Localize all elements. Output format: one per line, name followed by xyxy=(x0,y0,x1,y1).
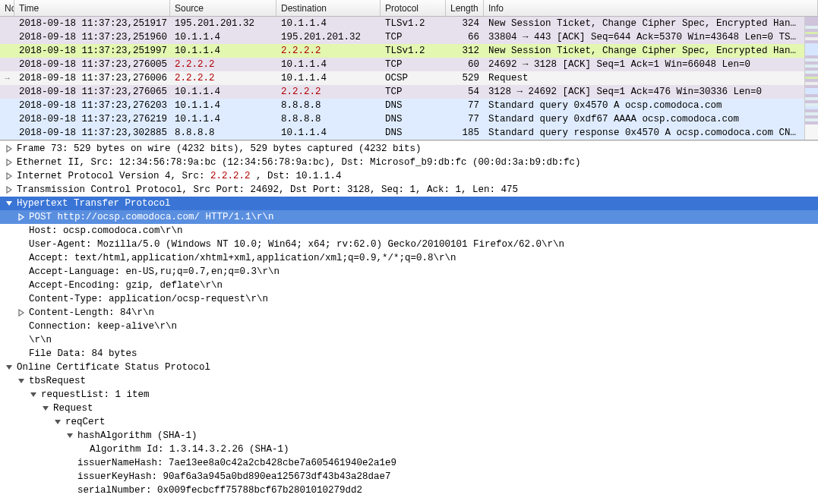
detail-eth[interactable]: Ethernet II, Src: 12:34:56:78:9a:bc (12:… xyxy=(0,156,818,169)
detail-ocsp-reqlist[interactable]: requestList: 1 item xyxy=(0,388,818,402)
detail-ocsp-sn[interactable]: serialNumber: 0x009fecbcff75788bcf67b280… xyxy=(0,484,818,497)
cell-source: 10.1.1.4 xyxy=(170,100,276,111)
chevron-right-icon[interactable] xyxy=(3,143,15,155)
detail-http-accept[interactable]: Accept: text/html,application/xhtml+xml,… xyxy=(0,251,818,265)
detail-ip[interactable]: Internet Protocol Version 4, Src: 2.2.2.… xyxy=(0,169,818,183)
cell-length: 185 xyxy=(446,128,484,138)
packet-row[interactable]: 2018-09-18 11:37:23,27620310.1.1.48.8.8.… xyxy=(0,99,804,112)
packet-row[interactable]: 2018-09-18 11:37:23,27621910.1.1.48.8.8.… xyxy=(0,112,804,126)
cell-protocol: TLSv1.2 xyxy=(381,18,446,29)
cell-length: 77 xyxy=(446,100,484,111)
detail-frame-text: Frame 73: 529 bytes on wire (4232 bits),… xyxy=(15,143,422,154)
col-header-destination[interactable]: Destination xyxy=(276,0,381,16)
detail-ocsp-req[interactable]: Request xyxy=(0,402,818,415)
chevron-right-icon[interactable] xyxy=(15,307,27,319)
cell-source: 8.8.8.8 xyxy=(170,128,276,138)
detail-http-cl[interactable]: Content-Length: 84\r\n xyxy=(0,306,818,320)
detail-http-post[interactable]: POST http://ocsp.comodoca.com/ HTTP/1.1\… xyxy=(0,210,818,224)
cell-source: 10.1.1.4 xyxy=(170,87,276,97)
cell-protocol: OCSP xyxy=(381,73,446,83)
packet-list-header[interactable]: No. Time Source Destination Protocol Len… xyxy=(0,0,818,17)
packet-row[interactable]: 2018-09-18 11:37:23,25196010.1.1.4195.20… xyxy=(0,30,804,44)
cell-info: New Session Ticket, Change Cipher Spec, … xyxy=(484,46,804,56)
cell-time: 2018-09-18 11:37:23,251997 xyxy=(14,46,170,56)
detail-ocsp-algo[interactable]: Algorithm Id: 1.3.14.3.2.26 (SHA-1) xyxy=(0,443,818,456)
detail-tcp[interactable]: Transmission Control Protocol, Src Port:… xyxy=(0,183,818,197)
packet-rows[interactable]: 2018-09-18 11:37:23,251917195.201.201.32… xyxy=(0,17,804,140)
cell-time: 2018-09-18 11:37:23,276065 xyxy=(14,87,170,97)
cell-info: 24692 → 3128 [ACK] Seq=1 Ack=1 Win=66048… xyxy=(484,59,804,70)
col-header-info[interactable]: Info xyxy=(484,0,818,16)
cell-info: Standard query 0xdf67 AAAA ocsp.comodoca… xyxy=(484,114,804,124)
detail-ocsp-hash[interactable]: hashAlgorithm (SHA-1) xyxy=(0,429,818,443)
packet-list: No. Time Source Destination Protocol Len… xyxy=(0,0,818,140)
cell-protocol: DNS xyxy=(381,100,446,111)
chevron-down-icon[interactable] xyxy=(64,430,76,442)
cell-time: 2018-09-18 11:37:23,276219 xyxy=(14,114,170,124)
detail-http-fd[interactable]: File Data: 84 bytes xyxy=(0,347,818,361)
detail-http[interactable]: Hypertext Transfer Protocol xyxy=(0,197,818,210)
cell-source: 10.1.1.4 xyxy=(170,46,276,56)
row-marker: → xyxy=(0,74,14,83)
chevron-down-icon[interactable] xyxy=(52,416,64,428)
detail-tcp-text: Transmission Control Protocol, Src Port:… xyxy=(15,184,518,195)
cell-source: 10.1.1.4 xyxy=(170,32,276,43)
col-header-source[interactable]: Source xyxy=(170,0,276,16)
detail-http-ua[interactable]: User-Agent: Mozilla/5.0 (Windows NT 10.0… xyxy=(0,238,818,251)
chevron-right-icon[interactable] xyxy=(3,156,15,169)
col-header-length[interactable]: Length xyxy=(446,0,484,16)
col-header-no[interactable]: No. xyxy=(0,0,14,16)
detail-http-ct[interactable]: Content-Type: application/ocsp-request\r… xyxy=(0,292,818,306)
cell-protocol: DNS xyxy=(381,128,446,138)
packet-row[interactable]: 2018-09-18 11:37:23,27606510.1.1.42.2.2.… xyxy=(0,85,804,99)
packet-row[interactable]: 2018-09-18 11:37:23,3028858.8.8.810.1.1.… xyxy=(0,126,804,140)
cell-info: Standard query response 0x4570 A ocsp.co… xyxy=(484,128,804,138)
detail-ocsp[interactable]: Online Certificate Status Protocol xyxy=(0,361,818,374)
detail-http-conn[interactable]: Connection: keep-alive\r\n xyxy=(0,320,818,333)
cell-time: 2018-09-18 11:37:23,251917 xyxy=(14,18,170,29)
detail-http-enc[interactable]: Accept-Encoding: gzip, deflate\r\n xyxy=(0,279,818,292)
col-header-time[interactable]: Time xyxy=(14,0,170,16)
chevron-down-icon[interactable] xyxy=(15,375,27,387)
chevron-right-icon[interactable] xyxy=(3,170,15,182)
cell-length: 66 xyxy=(446,32,484,43)
cell-protocol: TCP xyxy=(381,87,446,97)
detail-ocsp-title: Online Certificate Status Protocol xyxy=(15,362,210,373)
chevron-down-icon[interactable] xyxy=(39,402,52,414)
col-header-protocol[interactable]: Protocol xyxy=(381,0,446,16)
chevron-down-icon[interactable] xyxy=(3,197,15,209)
cell-length: 529 xyxy=(446,73,484,83)
chevron-down-icon[interactable] xyxy=(3,361,15,373)
cell-destination: 2.2.2.2 xyxy=(276,46,381,56)
packet-details[interactable]: Frame 73: 529 bytes on wire (4232 bits),… xyxy=(0,140,818,504)
detail-http-host[interactable]: Host: ocsp.comodoca.com\r\n xyxy=(0,224,818,238)
cell-destination: 10.1.1.4 xyxy=(276,18,381,29)
detail-eth-text: Ethernet II, Src: 12:34:56:78:9a:bc (12:… xyxy=(15,157,581,168)
packet-row[interactable]: 2018-09-18 11:37:23,2760052.2.2.210.1.1.… xyxy=(0,58,804,71)
cell-destination: 10.1.1.4 xyxy=(276,59,381,70)
cell-protocol: TLSv1.2 xyxy=(381,46,446,56)
detail-ocsp-reqcert[interactable]: reqCert xyxy=(0,415,818,429)
minimap[interactable] xyxy=(804,17,818,140)
cell-info: Request xyxy=(484,73,804,83)
detail-http-crlf[interactable]: \r\n xyxy=(0,333,818,347)
packet-row[interactable]: 2018-09-18 11:37:23,25199710.1.1.42.2.2.… xyxy=(0,44,804,58)
cell-protocol: DNS xyxy=(381,114,446,124)
detail-frame[interactable]: Frame 73: 529 bytes on wire (4232 bits),… xyxy=(0,142,818,156)
detail-ocsp-inh[interactable]: issuerNameHash: 7ae13ee8a0c42a2cb428cbe7… xyxy=(0,456,818,470)
cell-length: 77 xyxy=(446,114,484,124)
cell-source: 195.201.201.32 xyxy=(170,18,276,29)
chevron-right-icon[interactable] xyxy=(15,211,27,223)
chevron-right-icon[interactable] xyxy=(3,184,15,196)
detail-ocsp-tbs[interactable]: tbsRequest xyxy=(0,374,818,388)
packet-row[interactable]: 2018-09-18 11:37:23,251917195.201.201.32… xyxy=(0,17,804,30)
packet-row[interactable]: →2018-09-18 11:37:23,2760062.2.2.210.1.1… xyxy=(0,71,804,85)
detail-ocsp-ikh[interactable]: issuerKeyHash: 90af6a3a945a0bd890ea12567… xyxy=(0,470,818,484)
detail-http-lang[interactable]: Accept-Language: en-US,ru;q=0.7,en;q=0.3… xyxy=(0,265,818,279)
cell-info: Standard query 0x4570 A ocsp.comodoca.co… xyxy=(484,100,804,111)
cell-time: 2018-09-18 11:37:23,276006 xyxy=(14,73,170,83)
detail-ip-text: Internet Protocol Version 4, Src: 2.2.2.… xyxy=(15,171,342,181)
cell-length: 60 xyxy=(446,59,484,70)
cell-info: New Session Ticket, Change Cipher Spec, … xyxy=(484,18,804,29)
chevron-down-icon[interactable] xyxy=(27,389,39,401)
